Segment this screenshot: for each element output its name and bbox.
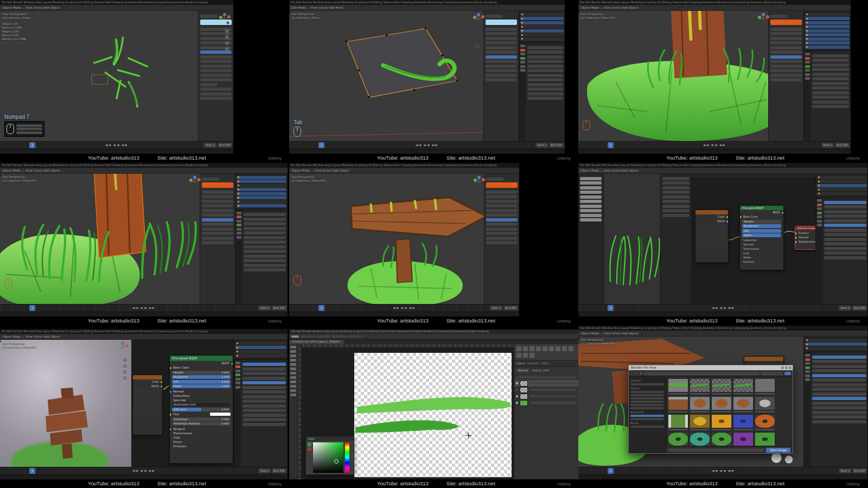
- blender-header-toolbar[interactable]: Object Mode ⌄ View Select Add Object: [578, 5, 851, 11]
- panel-field[interactable]: [770, 74, 802, 77]
- properties-tabs[interactable]: [804, 352, 810, 467]
- adjustment-icon[interactable]: [516, 353, 521, 358]
- nav-back-icon[interactable]: ‹: [630, 372, 631, 375]
- panel-field[interactable]: [486, 69, 517, 72]
- panel-field[interactable]: [580, 218, 602, 221]
- panel-field[interactable]: [486, 223, 518, 226]
- adjustments-icons[interactable]: [514, 344, 578, 360]
- panel-field[interactable]: [486, 41, 517, 45]
- outliner-row-selected[interactable]: [237, 180, 286, 183]
- panel-field[interactable]: [486, 227, 518, 231]
- tangent-input[interactable]: Tangent: [170, 427, 233, 431]
- property-field[interactable]: [812, 420, 866, 423]
- property-field[interactable]: [242, 395, 286, 398]
- node-field[interactable]: [697, 233, 726, 236]
- section-coat[interactable]: Coat: [740, 251, 783, 256]
- frame-end-field[interactable]: End 250: [503, 306, 518, 310]
- value-field[interactable]: [662, 177, 690, 180]
- outliner-row-selected[interactable]: [805, 25, 850, 28]
- panel-field[interactable]: [580, 209, 602, 212]
- property-field[interactable]: [244, 259, 286, 262]
- panel-field[interactable]: [580, 214, 602, 217]
- property-field[interactable]: [242, 372, 286, 375]
- layer-row[interactable]: [514, 386, 578, 393]
- panel-field[interactable]: [200, 74, 232, 77]
- property-field[interactable]: [244, 245, 286, 249]
- section-emission[interactable]: Emission: [170, 444, 233, 448]
- sidebar-n-panel[interactable]: [483, 11, 519, 141]
- panel-field[interactable]: [486, 241, 518, 244]
- properties-tabs[interactable]: [816, 198, 822, 304]
- outliner-row[interactable]: [805, 13, 850, 16]
- panel-field[interactable]: [200, 97, 232, 100]
- property-field[interactable]: [242, 400, 286, 403]
- property-field[interactable]: [244, 250, 286, 253]
- tool-icon[interactable]: [290, 363, 296, 366]
- blender-header-toolbar[interactable]: Object Mode ⌄ View Select Add Object: [0, 334, 288, 340]
- frame-start-field[interactable]: Start 1: [258, 468, 271, 473]
- panel-field[interactable]: [486, 74, 517, 77]
- panel-field-active[interactable]: [486, 218, 518, 221]
- outliner-row-selected[interactable]: [520, 21, 564, 24]
- outliner-row[interactable]: [817, 188, 867, 191]
- outliner-row-selected[interactable]: [805, 41, 850, 45]
- saturation-value-picker[interactable]: [313, 442, 343, 473]
- timeline[interactable]: 1 ◄◄ ◄ ► ►► Start 1 End 250: [0, 467, 288, 474]
- panel-field[interactable]: [770, 65, 802, 68]
- panel-field[interactable]: [770, 46, 802, 49]
- file-thumbnail[interactable]: [733, 415, 753, 430]
- playback-controls[interactable]: ◄◄ ◄ ► ►►: [416, 143, 438, 147]
- panel-field[interactable]: [486, 191, 518, 194]
- property-field[interactable]: [824, 233, 866, 236]
- file-thumbnail[interactable]: [755, 433, 775, 446]
- alpha-slider[interactable]: Alpha1.000: [172, 384, 231, 388]
- blender-menubar[interactable]: File Edit Render Window Help Layout Mode…: [578, 326, 867, 331]
- property-field[interactable]: [527, 87, 563, 91]
- file-thumbnail-grid[interactable]: [666, 377, 793, 446]
- frame-end-field[interactable]: End 250: [272, 306, 286, 310]
- display-mode-toggle[interactable]: [784, 372, 791, 375]
- property-field-active[interactable]: [824, 224, 866, 227]
- frame-end-field[interactable]: End 250: [852, 468, 867, 473]
- panel-field[interactable]: [200, 55, 232, 59]
- outliner-row[interactable]: [235, 354, 286, 357]
- property-field[interactable]: [242, 377, 286, 380]
- property-field[interactable]: [824, 210, 866, 213]
- property-field[interactable]: [242, 404, 286, 408]
- frame-start-field[interactable]: Start 1: [535, 143, 548, 148]
- tool-icon[interactable]: [290, 350, 296, 353]
- adjustment-icon[interactable]: [556, 346, 560, 351]
- timeline[interactable]: 1 ◄◄ ◄ ► ►► Start 1 End 250: [578, 467, 867, 474]
- outliner-row-selected[interactable]: [805, 29, 850, 33]
- property-field[interactable]: [812, 388, 866, 391]
- timeline-playhead[interactable]: 1: [608, 305, 614, 311]
- viewport-3d[interactable]: User Orthographic(1) Collection | Plane …: [0, 11, 233, 141]
- playback-controls[interactable]: ◄◄ ◄ ► ►►: [132, 468, 155, 472]
- blender-header-toolbar[interactable]: Object Mode ⌄ View Select Add Object: [0, 5, 233, 11]
- anisotropic-rotation-slider[interactable]: Anisotropic Rotation0.000: [172, 422, 231, 426]
- panel-field[interactable]: [202, 227, 233, 231]
- section-subsurface[interactable]: Subsurface: [170, 394, 233, 398]
- principled-bsdf-node[interactable]: Principled BSDF BSDF Base Color Metallic…: [739, 205, 784, 270]
- outliner-row[interactable]: [805, 347, 867, 350]
- color-output-socket[interactable]: Color: [133, 379, 162, 384]
- property-field[interactable]: [527, 46, 563, 49]
- tool-icon[interactable]: [290, 389, 296, 392]
- sidebar-item[interactable]: [630, 401, 664, 403]
- outliner-row-selected[interactable]: [805, 343, 867, 346]
- blend-mode-select[interactable]: Normal: [516, 368, 529, 373]
- outliner-row[interactable]: [817, 192, 867, 195]
- property-field[interactable]: [244, 268, 286, 271]
- property-field[interactable]: [824, 247, 866, 250]
- file-view-titlebar[interactable]: Blender File View: [629, 365, 793, 370]
- outliner-row[interactable]: [520, 25, 564, 28]
- timeline-playhead[interactable]: 1: [29, 305, 35, 311]
- file-view-sidebar[interactable]: Volumes System Bookmarks Recent: [629, 377, 666, 453]
- roughness-slider[interactable]: Roughness1.000: [172, 375, 231, 379]
- principled-bsdf-node-header[interactable]: Principled BSDF: [740, 206, 783, 210]
- outliner-row-selected[interactable]: [237, 188, 286, 191]
- panel-field[interactable]: [580, 195, 602, 199]
- panel-field[interactable]: [200, 65, 232, 68]
- property-field[interactable]: [812, 411, 866, 414]
- property-field[interactable]: [812, 64, 849, 67]
